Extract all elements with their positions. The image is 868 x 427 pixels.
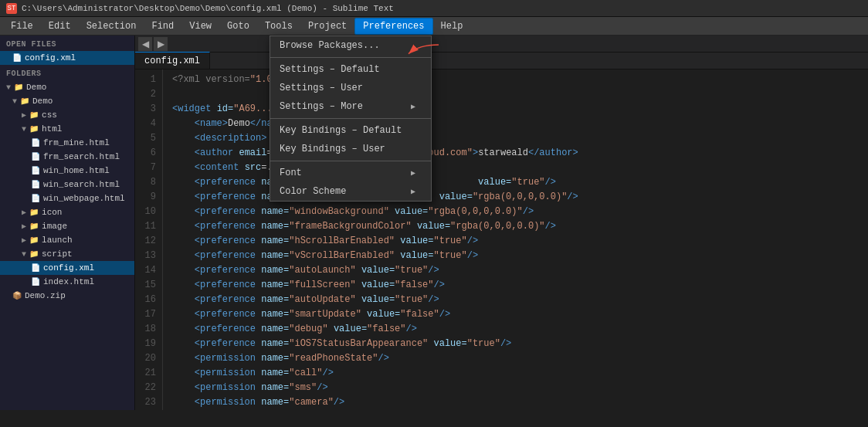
- folder-icon: 📁: [20, 97, 29, 106]
- tree-folder-image[interactable]: ▶ 📁 image: [0, 219, 134, 233]
- menu-project[interactable]: Project: [300, 18, 354, 35]
- menu-settings-more[interactable]: Settings – More ▶: [270, 97, 431, 116]
- file-icon: 📄: [31, 138, 40, 147]
- open-files-label: OPEN FILES: [0, 36, 134, 51]
- tree-file-win-search[interactable]: 📄 win_search.html: [0, 178, 134, 191]
- tree-folder-html[interactable]: ▼ 📁 html: [0, 122, 134, 136]
- app-icon: ST: [6, 3, 17, 14]
- window-title: C:\Users\Administrator\Desktop\Demo\Demo…: [22, 4, 394, 13]
- tree-folder-launch[interactable]: ▶ 📁 launch: [0, 233, 134, 247]
- file-icon: 📄: [31, 180, 40, 189]
- menu-browse-packages[interactable]: Browse Packages...: [270, 36, 431, 55]
- tree-folder-demo[interactable]: ▼ 📁 Demo: [0, 94, 134, 108]
- menu-view[interactable]: View: [181, 18, 219, 35]
- submenu-arrow-icon: ▶: [411, 187, 415, 196]
- tree-file-frm-search[interactable]: 📄 frm_search.html: [0, 150, 134, 164]
- tree-file-win-webpage[interactable]: 📄 win_webpage.html: [0, 191, 134, 205]
- nav-arrows: ◀ ▶: [135, 36, 868, 53]
- menu-bar: File Edit Selection Find View Goto Tools…: [0, 17, 868, 36]
- chevron-down-icon: ▼: [22, 250, 26, 259]
- tree-folder-demo-root[interactable]: ▼ 📁 Demo: [0, 80, 134, 94]
- folder-icon: 📁: [29, 222, 39, 231]
- back-button[interactable]: ◀: [138, 37, 152, 51]
- code-view: 12345 678910 1112131415 1617181920 21222…: [135, 69, 868, 410]
- folder-icon: 📁: [29, 110, 39, 120]
- menu-key-bindings-default[interactable]: Key Bindings – Default: [270, 121, 431, 140]
- menu-help[interactable]: Help: [433, 18, 471, 35]
- tree-folder-script[interactable]: ▼ 📁 script: [0, 247, 134, 261]
- code-editor[interactable]: <?xml version="1.0" encoding="UTF-8"?> <…: [163, 69, 868, 410]
- tab-bar: config.xml: [135, 53, 868, 69]
- file-icon: 📄: [31, 166, 40, 175]
- menu-settings-default[interactable]: Settings – Default: [270, 60, 431, 79]
- menu-settings-user[interactable]: Settings – User: [270, 79, 431, 97]
- menu-find[interactable]: Find: [144, 18, 181, 35]
- menu-color-scheme[interactable]: Color Scheme ▶: [270, 182, 431, 201]
- submenu-arrow-icon: ▶: [411, 102, 415, 111]
- chevron-right-icon: ▶: [22, 222, 26, 231]
- zip-file-icon: 📦: [12, 291, 22, 300]
- chevron-right-icon: ▶: [22, 110, 26, 120]
- dropdown-separator-2: [270, 118, 431, 119]
- file-icon: 📄: [12, 53, 22, 63]
- tree-file-config[interactable]: 📄 config.xml: [0, 261, 134, 275]
- menu-tools[interactable]: Tools: [257, 18, 300, 35]
- chevron-down-icon: ▼: [22, 125, 26, 134]
- folder-icon: 📁: [29, 249, 39, 259]
- file-icon: 📄: [31, 194, 40, 203]
- sidebar: OPEN FILES 📄 config.xml FOLDERS ▼ 📁 Demo…: [0, 36, 135, 410]
- menu-selection[interactable]: Selection: [79, 18, 144, 35]
- menu-edit[interactable]: Edit: [41, 18, 79, 35]
- menu-goto[interactable]: Goto: [219, 18, 257, 35]
- tree-file-frm-mine[interactable]: 📄 frm_mine.html: [0, 136, 134, 150]
- folder-icon: 📁: [14, 83, 23, 92]
- tree-folder-icon[interactable]: ▶ 📁 icon: [0, 205, 134, 219]
- menu-font[interactable]: Font ▶: [270, 164, 431, 182]
- editor-area: ◀ ▶ config.xml 12345 678910 1112131415 1…: [135, 36, 868, 410]
- tree-folder-css[interactable]: ▶ 📁 css: [0, 108, 134, 122]
- submenu-arrow-icon: ▶: [411, 168, 415, 178]
- title-bar: ST C:\Users\Administrator\Desktop\Demo\D…: [0, 0, 868, 17]
- menu-file[interactable]: File: [3, 18, 41, 35]
- tree-file-win-home[interactable]: 📄 win_home.html: [0, 164, 134, 178]
- chevron-right-icon: ▶: [22, 208, 26, 217]
- file-icon: 📄: [31, 152, 40, 161]
- folder-icon: 📁: [29, 208, 39, 217]
- folder-icon: 📁: [29, 124, 39, 134]
- preferences-dropdown: Browse Packages... Settings – Default Se…: [270, 36, 432, 202]
- tree-file-demo-zip[interactable]: 📦 Demo.zip: [0, 289, 134, 303]
- chevron-down-icon: ▼: [6, 83, 11, 92]
- menu-preferences[interactable]: Preferences: [354, 18, 432, 35]
- menu-key-bindings-user[interactable]: Key Bindings – User: [270, 140, 431, 158]
- dropdown-separator-1: [270, 57, 431, 58]
- file-icon: 📄: [31, 277, 40, 286]
- chevron-down-icon: ▼: [12, 97, 17, 106]
- main-layout: OPEN FILES 📄 config.xml FOLDERS ▼ 📁 Demo…: [0, 36, 868, 410]
- folders-label: FOLDERS: [0, 65, 134, 80]
- forward-button[interactable]: ▶: [154, 37, 168, 51]
- tree-file-index[interactable]: 📄 index.html: [0, 275, 134, 289]
- folder-icon: 📁: [29, 236, 39, 245]
- chevron-right-icon: ▶: [22, 236, 26, 245]
- dropdown-separator-3: [270, 161, 431, 161]
- sidebar-open-file-config[interactable]: 📄 config.xml: [0, 51, 134, 65]
- open-file-name: config.xml: [25, 53, 76, 63]
- file-icon: 📄: [31, 263, 40, 273]
- tab-config-xml[interactable]: config.xml: [135, 52, 210, 69]
- line-numbers: 12345 678910 1112131415 1617181920 21222…: [135, 69, 163, 410]
